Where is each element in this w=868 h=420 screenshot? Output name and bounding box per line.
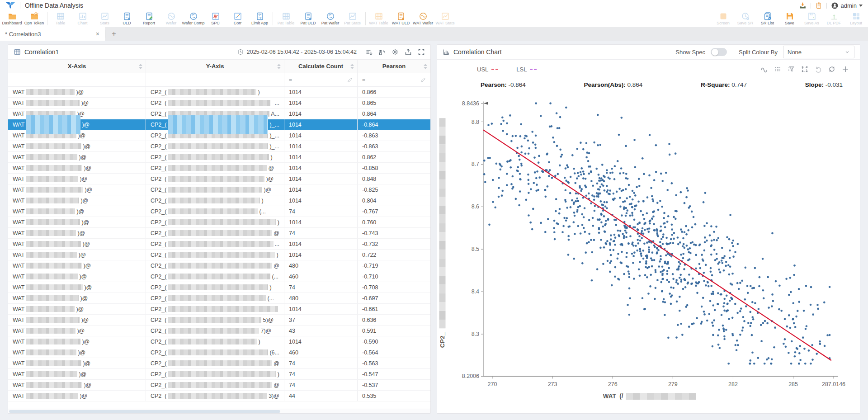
legend-lsl[interactable]: LSL — [516, 66, 537, 73]
svg-text:WAT_(/: WAT_(/ — [603, 393, 623, 400]
sort-icon[interactable] — [277, 64, 281, 69]
date-range[interactable]: 2025-02-06 15:04:42 - 2025-03-06 15:04:4… — [247, 49, 357, 55]
pearson-cell: -0.697 — [358, 293, 430, 303]
legend-usl[interactable]: USL — [477, 66, 498, 73]
table-row[interactable]: WAT)@CP2_()10140.866 — [8, 87, 430, 98]
table-row[interactable]: WAT)@CP2_(@74-0.563 — [8, 358, 430, 369]
list-collapse-icon[interactable] — [365, 48, 373, 56]
table-row[interactable]: WAT)@CP2_(@74-0.743 — [8, 228, 430, 239]
tabbar: * Correlation3 × + — [0, 27, 868, 41]
scrollbar-thumb[interactable] — [9, 410, 280, 413]
toolbar: DashboardOpn TokenTableChartStatsULDRepo… — [0, 11, 868, 27]
table-row[interactable]: WAT)@CP2_(@74-0.537 — [8, 380, 430, 391]
table-row[interactable]: WAT)@CP2_((...460-0.710 — [8, 271, 430, 282]
toolbar-button-wat-uld[interactable]: WAT ULD — [390, 11, 412, 26]
line-chart-blue-icon — [100, 12, 109, 21]
pearson-cell: -0.547 — [358, 369, 430, 379]
toolbar-button-report[interactable]: Report — [138, 11, 160, 26]
filter-x-axis[interactable] — [8, 73, 146, 86]
toolbar-button-corr[interactable]: Corr — [226, 11, 249, 26]
pencil-icon[interactable] — [347, 77, 353, 83]
filter-y-axis[interactable] — [146, 73, 284, 86]
toolbar-button-dashboard[interactable]: Dashboard — [1, 11, 23, 26]
toolbar-button-spc[interactable]: SPC — [204, 11, 226, 26]
toolbar-button-wat-wafer[interactable]: WAT Wafer — [412, 11, 434, 26]
redacted-text — [26, 371, 77, 377]
tab-correlation3[interactable]: * Correlation3 × — [0, 27, 105, 41]
blocks-rotate-icon[interactable] — [378, 48, 386, 56]
column-header-pearson[interactable]: Pearson — [358, 60, 430, 73]
table-row[interactable]: WAT)@CP2_()1014-0.590 — [8, 336, 430, 347]
dashed-lines-icon[interactable] — [774, 66, 781, 73]
table-row[interactable]: WAT)@CP2_()10140.760 — [8, 217, 430, 228]
calculate-count-cell: 1014 — [284, 130, 358, 141]
table-row[interactable]: WAT)@CP2_()_...1014-0.864 — [8, 119, 430, 130]
table-row[interactable]: WAT)@CP2_((...480-0.697 — [8, 293, 430, 304]
pencil-icon[interactable] — [420, 77, 426, 83]
tab-close-icon[interactable]: × — [93, 30, 102, 38]
split-colour-select[interactable]: None — [783, 46, 854, 58]
filter-pearson[interactable]: = — [358, 73, 430, 86]
filter-calculate-count[interactable]: = — [284, 73, 358, 86]
calculate-count-cell: 44 — [284, 391, 358, 401]
table-row[interactable]: WAT)@CP2_(7)@430.591 — [8, 326, 430, 336]
table-row[interactable]: WAT)@CP2_()_...1014-0.863 — [8, 141, 430, 152]
table-row[interactable]: WAT)@CP2_()10140.804 — [8, 195, 430, 206]
toolbar-button-sr-list[interactable]: SR List — [756, 11, 778, 26]
table-row[interactable]: WAT)@CP2_(@480-0.719 — [8, 260, 430, 271]
column-header-x-axis[interactable]: X-Axis — [8, 60, 146, 73]
redacted-text — [26, 317, 80, 323]
column-header-y-axis[interactable]: Y-Axis — [146, 60, 284, 73]
toolbar-button-uld[interactable]: ULD — [116, 11, 138, 26]
table-row[interactable]: WAT)@CP2_()74-0.708 — [8, 282, 430, 293]
toolbar-button-limit-app[interactable]: Limit App — [249, 11, 271, 26]
table-row[interactable]: WAT)@CP2_()@1014-0.825 — [8, 184, 430, 195]
table-row[interactable]: WAT)@CP2_((...74-0.767 — [8, 206, 430, 217]
toolbar-button-pat-wafer[interactable]: Pat Wafer — [319, 11, 341, 26]
fullscreen-icon[interactable] — [418, 48, 425, 56]
box-select-icon[interactable] — [801, 66, 808, 73]
table-row[interactable]: WAT)@CP2_(5)@370.636 — [8, 315, 430, 326]
column-header-calculate-count[interactable]: Calculate Count — [284, 60, 358, 73]
toolbar-button-pat-stats: Pat Stats — [341, 11, 363, 26]
table-row[interactable]: WAT)@CP2_()74-0.547 — [8, 369, 430, 380]
export-box-icon[interactable] — [405, 48, 412, 56]
redacted-text — [26, 165, 82, 171]
table-row[interactable]: WAT)@CP2_(...1014-0.732 — [8, 239, 430, 250]
table-row[interactable]: WAT)@CP2_(@1014-0.858 — [8, 163, 430, 174]
refresh-icon[interactable] — [828, 66, 835, 73]
scatter-chart[interactable]: 8.84368.88.78.68.58.48.38.20062702732762… — [437, 90, 860, 413]
add-tab-button[interactable]: + — [105, 27, 123, 41]
sort-icon[interactable] — [139, 64, 142, 69]
filter-funnel-icon[interactable] — [788, 66, 795, 73]
gear-icon[interactable] — [392, 48, 399, 56]
svg-text:8.6: 8.6 — [472, 203, 479, 210]
table-row[interactable]: WAT)@CP2_((6...460-0.564 — [8, 347, 430, 358]
toolbar-button-save[interactable]: Save — [778, 11, 801, 26]
smooth-curve-icon[interactable] — [760, 66, 768, 73]
download-icon[interactable] — [799, 2, 807, 9]
table-row[interactable]: WAT)@CP2_()10140.862 — [8, 152, 430, 163]
toolbar-button-wafer-comp[interactable]: Wafer Comp — [182, 11, 204, 26]
pearson-cell: -0.563 — [358, 358, 430, 368]
calculate-count-cell: 460 — [284, 347, 358, 358]
clipboard-icon[interactable] — [815, 2, 822, 9]
sr-list-icon — [763, 12, 772, 21]
table-row[interactable]: WAT)@CP2_(_...10140.865 — [8, 98, 430, 109]
undo-icon[interactable] — [815, 66, 822, 73]
table-row[interactable]: WAT)@CP2_()10140.722 — [8, 250, 430, 260]
toolbar-button-pat-uld[interactable]: Pat ULD — [297, 11, 319, 26]
table-row[interactable]: WAT)@CP2_(3)@440.535 — [8, 391, 430, 401]
table-row[interactable]: WAT)@CP2_(1014-0.661 — [8, 304, 430, 315]
table-row[interactable]: WAT)@CP2_()@10140.848 — [8, 174, 430, 184]
redacted-text — [26, 274, 78, 279]
show-spec-toggle[interactable] — [711, 48, 727, 56]
plus-icon[interactable] — [842, 66, 849, 73]
user-menu[interactable]: admin — [831, 2, 863, 9]
calculate-count-cell: 1014 — [284, 152, 358, 162]
sort-icon[interactable] — [424, 64, 427, 69]
sort-icon[interactable] — [350, 64, 354, 69]
wafer-comp-icon — [189, 12, 198, 21]
toolbar-button-opn-token[interactable]: Opn Token — [23, 11, 45, 26]
correlation-table: X-Axis Y-Axis Calculate Count Pearson = … — [8, 60, 430, 409]
